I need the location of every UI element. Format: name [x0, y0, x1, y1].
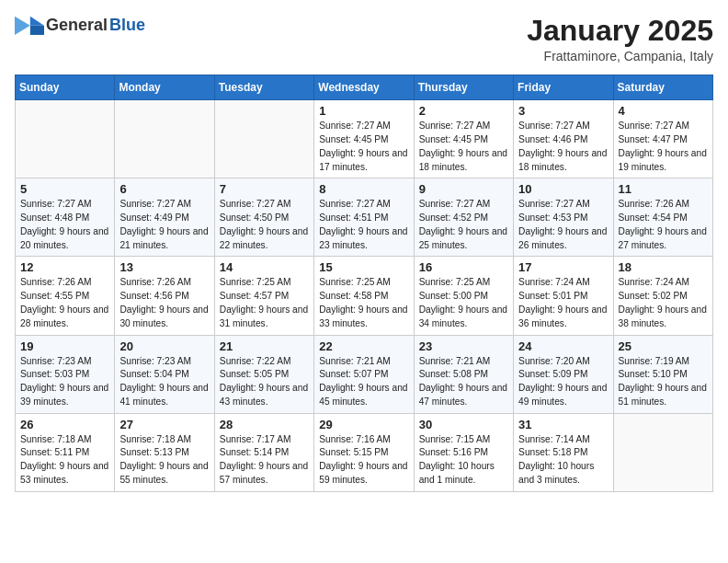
calendar-cell: 13Sunrise: 7:26 AMSunset: 4:56 PMDayligh…: [115, 257, 214, 335]
svg-marker-2: [15, 17, 30, 35]
day-number: 28: [220, 418, 309, 431]
calendar-cell: 4Sunrise: 7:27 AMSunset: 4:47 PMDaylight…: [613, 100, 712, 178]
day-info: Sunrise: 7:21 AMSunset: 5:07 PMDaylight:…: [319, 355, 408, 409]
day-number: 22: [319, 339, 408, 353]
day-number: 23: [419, 339, 508, 353]
day-number: 25: [619, 339, 708, 353]
calendar-cell: 15Sunrise: 7:25 AMSunset: 4:58 PMDayligh…: [314, 257, 414, 335]
day-info: Sunrise: 7:22 AMSunset: 5:05 PMDaylight:…: [220, 355, 309, 409]
calendar-cell: [613, 413, 712, 491]
day-info: Sunrise: 7:24 AMSunset: 5:02 PMDaylight:…: [619, 276, 708, 330]
weekday-header-tuesday: Tuesday: [214, 75, 313, 100]
day-info: Sunrise: 7:19 AMSunset: 5:10 PMDaylight:…: [619, 355, 708, 409]
day-info: Sunrise: 7:18 AMSunset: 5:13 PMDaylight:…: [119, 433, 209, 488]
month-title: January 2025: [527, 15, 713, 47]
day-number: 4: [619, 104, 708, 118]
day-info: Sunrise: 7:25 AMSunset: 4:57 PMDaylight:…: [220, 276, 309, 330]
day-number: 5: [20, 182, 109, 196]
day-number: 31: [518, 418, 608, 431]
day-info: Sunrise: 7:20 AMSunset: 5:09 PMDaylight:…: [518, 355, 608, 409]
calendar-cell: 11Sunrise: 7:26 AMSunset: 4:54 PMDayligh…: [613, 178, 712, 257]
calendar-cell: 30Sunrise: 7:15 AMSunset: 5:16 PMDayligh…: [414, 413, 513, 491]
calendar-cell: 2Sunrise: 7:27 AMSunset: 4:45 PMDaylight…: [414, 100, 513, 178]
day-info: Sunrise: 7:21 AMSunset: 5:08 PMDaylight:…: [419, 355, 508, 409]
calendar-cell: 10Sunrise: 7:27 AMSunset: 4:53 PMDayligh…: [514, 178, 613, 257]
day-number: 27: [119, 418, 209, 431]
day-number: 16: [419, 260, 508, 274]
day-info: Sunrise: 7:27 AMSunset: 4:45 PMDaylight:…: [419, 120, 508, 174]
calendar-cell: [214, 100, 313, 178]
weekday-header-sunday: Sunday: [16, 75, 115, 100]
calendar-cell: 17Sunrise: 7:24 AMSunset: 5:01 PMDayligh…: [514, 257, 613, 335]
calendar-cell: 27Sunrise: 7:18 AMSunset: 5:13 PMDayligh…: [115, 413, 214, 491]
calendar-cell: 9Sunrise: 7:27 AMSunset: 4:52 PMDaylight…: [414, 178, 513, 257]
calendar-cell: [115, 100, 214, 178]
svg-marker-0: [30, 17, 44, 26]
calendar-cell: 16Sunrise: 7:25 AMSunset: 5:00 PMDayligh…: [414, 257, 513, 335]
calendar-cell: 24Sunrise: 7:20 AMSunset: 5:09 PMDayligh…: [514, 335, 613, 413]
day-number: 1: [319, 104, 408, 118]
weekday-header-row: SundayMondayTuesdayWednesdayThursdayFrid…: [16, 75, 713, 100]
day-number: 17: [518, 260, 608, 274]
day-info: Sunrise: 7:27 AMSunset: 4:53 PMDaylight:…: [518, 198, 608, 252]
day-info: Sunrise: 7:26 AMSunset: 4:54 PMDaylight:…: [619, 198, 708, 252]
calendar-cell: 5Sunrise: 7:27 AMSunset: 4:48 PMDaylight…: [16, 178, 115, 257]
weekday-header-saturday: Saturday: [613, 75, 712, 100]
day-info: Sunrise: 7:27 AMSunset: 4:49 PMDaylight:…: [119, 198, 209, 252]
calendar-cell: 28Sunrise: 7:17 AMSunset: 5:14 PMDayligh…: [214, 413, 313, 491]
calendar-cell: 29Sunrise: 7:16 AMSunset: 5:15 PMDayligh…: [314, 413, 414, 491]
weekday-header-monday: Monday: [115, 75, 214, 100]
day-number: 29: [319, 418, 408, 431]
day-info: Sunrise: 7:23 AMSunset: 5:03 PMDaylight:…: [20, 355, 109, 409]
logo-general-text: General: [46, 16, 108, 35]
day-info: Sunrise: 7:27 AMSunset: 4:51 PMDaylight:…: [319, 198, 408, 252]
day-info: Sunrise: 7:27 AMSunset: 4:45 PMDaylight:…: [319, 120, 408, 174]
logo-blue-text: Blue: [109, 16, 145, 35]
day-info: Sunrise: 7:26 AMSunset: 4:56 PMDaylight:…: [119, 276, 209, 330]
calendar-cell: 1Sunrise: 7:27 AMSunset: 4:45 PMDaylight…: [314, 100, 414, 178]
day-info: Sunrise: 7:27 AMSunset: 4:48 PMDaylight:…: [20, 198, 109, 252]
day-number: 8: [319, 182, 408, 196]
day-number: 15: [319, 260, 408, 274]
day-number: 14: [220, 260, 309, 274]
location-text: Frattaminore, Campania, Italy: [527, 49, 713, 63]
day-number: 24: [518, 339, 608, 353]
day-info: Sunrise: 7:27 AMSunset: 4:47 PMDaylight:…: [619, 120, 708, 174]
calendar-cell: 31Sunrise: 7:14 AMSunset: 5:18 PMDayligh…: [514, 413, 613, 491]
day-info: Sunrise: 7:27 AMSunset: 4:46 PMDaylight:…: [518, 120, 608, 174]
day-number: 3: [518, 104, 608, 118]
svg-marker-1: [30, 26, 44, 35]
calendar-cell: 23Sunrise: 7:21 AMSunset: 5:08 PMDayligh…: [414, 335, 513, 413]
calendar-cell: 14Sunrise: 7:25 AMSunset: 4:57 PMDayligh…: [214, 257, 313, 335]
calendar-cell: 3Sunrise: 7:27 AMSunset: 4:46 PMDaylight…: [514, 100, 613, 178]
day-info: Sunrise: 7:17 AMSunset: 5:14 PMDaylight:…: [220, 433, 309, 488]
day-number: 6: [119, 182, 209, 196]
calendar-cell: 21Sunrise: 7:22 AMSunset: 5:05 PMDayligh…: [214, 335, 313, 413]
title-area: January 2025 Frattaminore, Campania, Ita…: [527, 15, 713, 63]
day-number: 10: [518, 182, 608, 196]
day-info: Sunrise: 7:25 AMSunset: 5:00 PMDaylight:…: [419, 276, 508, 330]
day-number: 12: [20, 260, 109, 274]
day-number: 18: [619, 260, 708, 274]
calendar-cell: [16, 100, 115, 178]
calendar-cell: 25Sunrise: 7:19 AMSunset: 5:10 PMDayligh…: [613, 335, 712, 413]
day-info: Sunrise: 7:23 AMSunset: 5:04 PMDaylight:…: [119, 355, 209, 409]
weekday-header-wednesday: Wednesday: [314, 75, 414, 100]
day-number: 30: [419, 418, 508, 431]
day-number: 11: [619, 182, 708, 196]
day-info: Sunrise: 7:25 AMSunset: 4:58 PMDaylight:…: [319, 276, 408, 330]
calendar-week-row: 19Sunrise: 7:23 AMSunset: 5:03 PMDayligh…: [16, 335, 713, 413]
day-info: Sunrise: 7:24 AMSunset: 5:01 PMDaylight:…: [518, 276, 608, 330]
day-info: Sunrise: 7:27 AMSunset: 4:50 PMDaylight:…: [220, 198, 309, 252]
day-info: Sunrise: 7:26 AMSunset: 4:55 PMDaylight:…: [20, 276, 109, 330]
day-number: 26: [20, 418, 109, 431]
day-number: 7: [220, 182, 309, 196]
day-number: 9: [419, 182, 508, 196]
calendar-cell: 7Sunrise: 7:27 AMSunset: 4:50 PMDaylight…: [214, 178, 313, 257]
logo: GeneralBlue: [15, 15, 145, 35]
calendar-week-row: 5Sunrise: 7:27 AMSunset: 4:48 PMDaylight…: [16, 178, 713, 257]
calendar-cell: 19Sunrise: 7:23 AMSunset: 5:03 PMDayligh…: [16, 335, 115, 413]
day-number: 19: [20, 339, 109, 353]
day-number: 2: [419, 104, 508, 118]
day-info: Sunrise: 7:16 AMSunset: 5:15 PMDaylight:…: [319, 433, 408, 488]
